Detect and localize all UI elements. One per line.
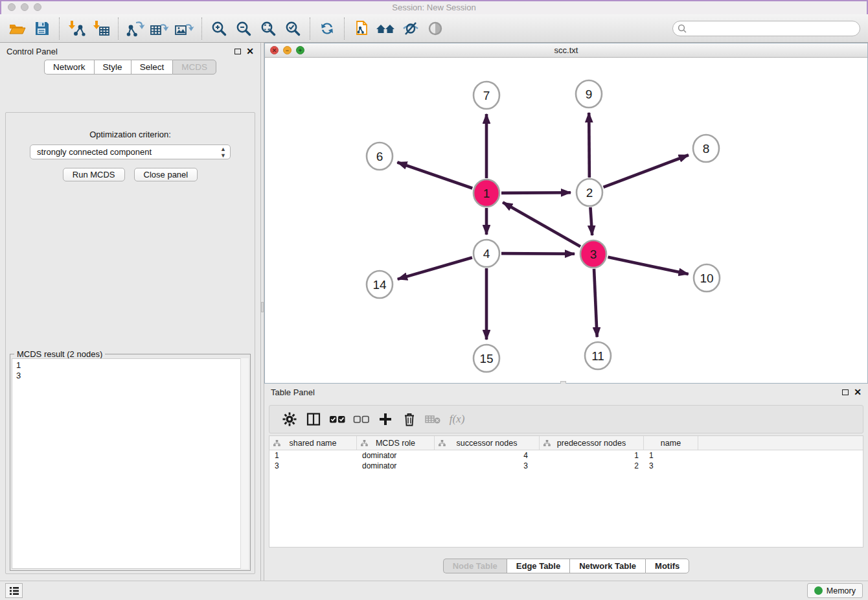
close-panel-icon[interactable]: ✕ bbox=[246, 48, 254, 54]
function-builder-button[interactable]: f(x) bbox=[445, 408, 469, 430]
graph-node-11[interactable]: 11 bbox=[585, 342, 611, 369]
tab-node-table[interactable]: Node Table bbox=[443, 559, 507, 573]
edge-3-11[interactable] bbox=[594, 269, 597, 337]
mcds-result-text[interactable]: 1 3 bbox=[12, 358, 249, 569]
tab-mcds[interactable]: MCDS bbox=[172, 60, 216, 75]
graph-node-3[interactable]: 3 bbox=[580, 240, 606, 268]
column-header-successor-nodes[interactable]: successor nodes bbox=[435, 436, 540, 450]
table-header-row: shared nameMCDS rolesuccessor nodesprede… bbox=[269, 436, 863, 450]
zoom-fit-button[interactable] bbox=[256, 17, 280, 40]
column-header-shared-name[interactable]: shared name bbox=[269, 436, 357, 450]
tab-select[interactable]: Select bbox=[131, 60, 173, 75]
zoom-selected-button[interactable] bbox=[280, 17, 305, 40]
network-titlebar: ✕ − + scc.txt bbox=[265, 43, 867, 58]
table-row[interactable]: 1dominator411 bbox=[269, 450, 863, 461]
result-scrollbar[interactable] bbox=[240, 358, 249, 569]
refresh-button[interactable] bbox=[315, 17, 339, 40]
import-table-button[interactable] bbox=[89, 17, 113, 40]
network-canvas[interactable]: 7968124314101511 bbox=[265, 58, 867, 383]
mcds-result-title: MCDS result (2 nodes) bbox=[14, 349, 105, 359]
import-network-button[interactable] bbox=[64, 17, 89, 40]
tab-style[interactable]: Style bbox=[94, 60, 131, 75]
edge-4-3[interactable] bbox=[501, 253, 575, 254]
hide-details-button[interactable] bbox=[398, 17, 423, 40]
zoom-selected-icon bbox=[284, 20, 301, 37]
graph-node-4[interactable]: 4 bbox=[474, 240, 499, 267]
edge-1-2[interactable] bbox=[501, 192, 571, 193]
show-column-button[interactable] bbox=[301, 408, 325, 430]
edge-2-8[interactable] bbox=[604, 155, 689, 187]
deselect-all-button[interactable] bbox=[349, 408, 373, 430]
close-table-panel-icon[interactable]: ✕ bbox=[854, 389, 862, 395]
graph-node-2[interactable]: 2 bbox=[577, 179, 602, 206]
export-image-button[interactable] bbox=[172, 17, 197, 40]
memory-button[interactable]: Memory bbox=[807, 583, 863, 598]
column-header-MCDS-role[interactable]: MCDS role bbox=[357, 436, 435, 450]
graph-node-8[interactable]: 8 bbox=[693, 135, 719, 162]
toolbar-separator bbox=[310, 17, 310, 40]
graph-node-10[interactable]: 10 bbox=[694, 264, 720, 292]
table-cell: 1 bbox=[540, 450, 644, 461]
node-table[interactable]: shared nameMCDS rolesuccessor nodesprede… bbox=[269, 435, 863, 548]
tab-motifs[interactable]: Motifs bbox=[645, 559, 689, 573]
table-cell: 1 bbox=[269, 450, 357, 461]
edge-1-6[interactable] bbox=[397, 162, 472, 188]
task-history-button[interactable] bbox=[5, 583, 23, 598]
select-all-button[interactable] bbox=[325, 408, 349, 430]
toolbar-separator bbox=[201, 17, 202, 40]
network-graph[interactable]: 7968124314101511 bbox=[265, 58, 867, 383]
float-panel-icon[interactable] bbox=[234, 49, 241, 54]
open-session-button[interactable] bbox=[5, 17, 30, 40]
save-session-button[interactable] bbox=[30, 17, 54, 40]
zoom-in-icon bbox=[211, 20, 227, 37]
graph-node-9[interactable]: 9 bbox=[576, 80, 602, 108]
table-row[interactable]: 3dominator323 bbox=[269, 461, 863, 471]
refresh-icon bbox=[319, 20, 336, 37]
edge-2-9[interactable] bbox=[589, 113, 589, 178]
duplicate-network-button[interactable] bbox=[349, 17, 374, 40]
tab-network-table[interactable]: Network Table bbox=[569, 559, 645, 573]
table-settings-button[interactable] bbox=[277, 408, 301, 430]
graph-node-6[interactable]: 6 bbox=[367, 143, 393, 170]
graph-node-14[interactable]: 14 bbox=[367, 271, 393, 298]
export-network-button[interactable] bbox=[123, 17, 148, 40]
control-panel-title: Control Panel bbox=[6, 47, 58, 56]
export-table-button[interactable] bbox=[148, 17, 172, 40]
edge-4-14[interactable] bbox=[398, 257, 472, 279]
zoom-out-button[interactable] bbox=[231, 17, 256, 40]
run-mcds-button[interactable]: Run MCDS bbox=[63, 168, 125, 181]
show-details-button[interactable] bbox=[423, 17, 448, 40]
add-column-button[interactable] bbox=[373, 408, 397, 430]
control-panel: Control Panel ✕ NetworkStyleSelectMCDS O… bbox=[0, 43, 260, 581]
criterion-select[interactable]: strongly connected component ▲▼ bbox=[30, 144, 231, 159]
column-header-name[interactable]: name bbox=[644, 436, 698, 450]
svg-text:10: 10 bbox=[700, 271, 713, 285]
mcds-panel: Optimization criterion: strongly connect… bbox=[5, 112, 255, 574]
edge-3-1[interactable] bbox=[503, 202, 580, 246]
tab-edge-table[interactable]: Edge Table bbox=[507, 559, 569, 573]
global-search-input[interactable] bbox=[672, 21, 860, 36]
delete-column-button[interactable] bbox=[397, 408, 421, 430]
delete-table-button[interactable] bbox=[421, 408, 445, 430]
splitter-grip-icon[interactable] bbox=[261, 302, 264, 312]
table-cell: 1 bbox=[644, 450, 698, 461]
graph-node-7[interactable]: 7 bbox=[474, 82, 499, 109]
table-cell: dominator bbox=[357, 461, 435, 471]
column-type-icon bbox=[439, 440, 446, 446]
float-table-panel-icon[interactable] bbox=[842, 389, 849, 395]
graph-node-15[interactable]: 15 bbox=[474, 345, 499, 372]
close-panel-button[interactable]: Close panel bbox=[134, 168, 198, 181]
edge-3-10[interactable] bbox=[608, 257, 689, 274]
column-type-icon bbox=[361, 440, 368, 446]
table-tabs: Node TableEdge TableNetwork TableMotifs bbox=[264, 559, 868, 573]
status-bar: Memory bbox=[0, 581, 868, 600]
eye-icon bbox=[426, 20, 444, 37]
edge-2-3[interactable] bbox=[590, 207, 592, 235]
table-cell: 3 bbox=[269, 461, 357, 471]
zoom-in-button[interactable] bbox=[207, 17, 231, 40]
tab-network[interactable]: Network bbox=[44, 60, 94, 75]
home-button[interactable] bbox=[374, 17, 398, 40]
fx-icon: f(x) bbox=[450, 413, 465, 426]
graph-node-1[interactable]: 1 bbox=[474, 179, 499, 207]
column-header-predecessor-nodes[interactable]: predecessor nodes bbox=[540, 436, 644, 450]
